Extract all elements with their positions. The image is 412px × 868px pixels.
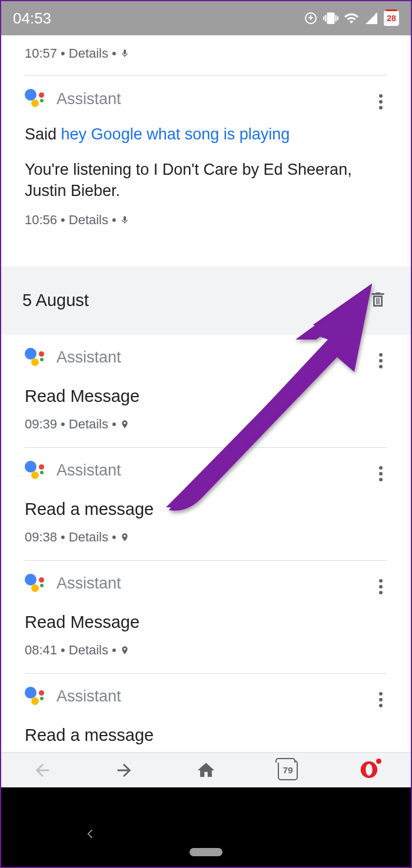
activity-meta: 10:56• Details•: [25, 212, 387, 243]
activity-query: Said hey Google what song is playing: [25, 125, 387, 144]
activity-meta: 10:57• Details•: [1, 35, 411, 75]
activity-source: Assistant: [57, 348, 121, 367]
details-link[interactable]: Details: [69, 643, 108, 658]
opera-icon: [359, 760, 380, 781]
activity-source: Assistant: [57, 687, 121, 706]
status-time: 04:53: [13, 9, 51, 28]
tab-count: 79: [278, 760, 298, 780]
signal-icon: x: [364, 11, 378, 25]
details-link[interactable]: Details: [69, 417, 108, 432]
activity-title: Read Message: [25, 387, 387, 406]
more-button[interactable]: [372, 90, 390, 114]
svg-rect-2: [378, 298, 380, 304]
system-home-pill[interactable]: [190, 848, 222, 856]
activity-card: Assistant Read a message 09:38• Details•: [1, 448, 411, 560]
data-saver-icon: [304, 11, 318, 25]
mic-icon: [120, 48, 129, 59]
details-link[interactable]: Details: [69, 212, 108, 228]
calendar-badge: 28: [384, 11, 399, 26]
query-link[interactable]: hey Google what song is playing: [61, 125, 290, 143]
details-link[interactable]: Details: [69, 46, 108, 61]
activity-card: Assistant Said hey Google what song is p…: [1, 76, 411, 243]
activity-source: Assistant: [57, 90, 121, 108]
status-bar: 04:53 x 28: [1, 1, 411, 35]
status-icons: x 28: [304, 11, 399, 26]
svg-rect-1: [376, 298, 377, 304]
activity-card: Assistant Read a message 08:40• Details•: [1, 674, 411, 754]
activity-response: You're listening to I Don't Care by Ed S…: [25, 159, 387, 202]
tabs-button[interactable]: 79: [274, 756, 302, 784]
browser-nav: 79: [1, 752, 411, 787]
assistant-logo-icon: [25, 574, 45, 594]
assistant-logo-icon: [25, 461, 45, 481]
location-pin-icon: [120, 418, 129, 430]
activity-card: Assistant Read Message 08:41• Details•: [1, 561, 411, 673]
activity-source: Assistant: [57, 461, 121, 480]
more-button[interactable]: [372, 349, 390, 373]
activity-list[interactable]: 10:57• Details• Assistant Said hey Googl…: [1, 35, 411, 754]
details-link[interactable]: Details: [69, 530, 108, 545]
activity-meta: 08:41• Details•: [25, 643, 387, 673]
more-button[interactable]: [372, 688, 390, 711]
assistant-logo-icon: [25, 687, 45, 707]
delete-button[interactable]: [368, 289, 390, 312]
activity-meta: 09:38• Details•: [25, 530, 387, 560]
activity-card: Assistant Read Message 09:39• Details•: [1, 335, 411, 447]
back-button[interactable]: [28, 756, 57, 784]
system-nav: [1, 787, 411, 867]
date-header: 5 August: [1, 267, 411, 335]
home-button[interactable]: [192, 756, 220, 784]
system-back-button[interactable]: [84, 826, 97, 844]
activity-title: Read Message: [25, 613, 387, 632]
assistant-logo-icon: [25, 89, 45, 109]
wifi-icon: [344, 11, 359, 26]
more-button[interactable]: [372, 462, 390, 485]
vibrate-icon: [323, 11, 338, 26]
date-label: 5 August: [22, 291, 89, 310]
activity-meta: 09:39• Details•: [25, 417, 387, 447]
more-button[interactable]: [372, 575, 390, 598]
opera-menu-button[interactable]: [355, 756, 384, 784]
assistant-logo-icon: [25, 348, 45, 368]
mic-icon: [120, 214, 129, 226]
location-pin-icon: [120, 644, 129, 656]
location-pin-icon: [120, 531, 129, 543]
svg-text:x: x: [375, 11, 378, 17]
forward-button[interactable]: [110, 756, 138, 784]
activity-title: Read a message: [25, 726, 387, 745]
activity-title: Read a message: [25, 500, 387, 519]
activity-source: Assistant: [57, 574, 121, 593]
